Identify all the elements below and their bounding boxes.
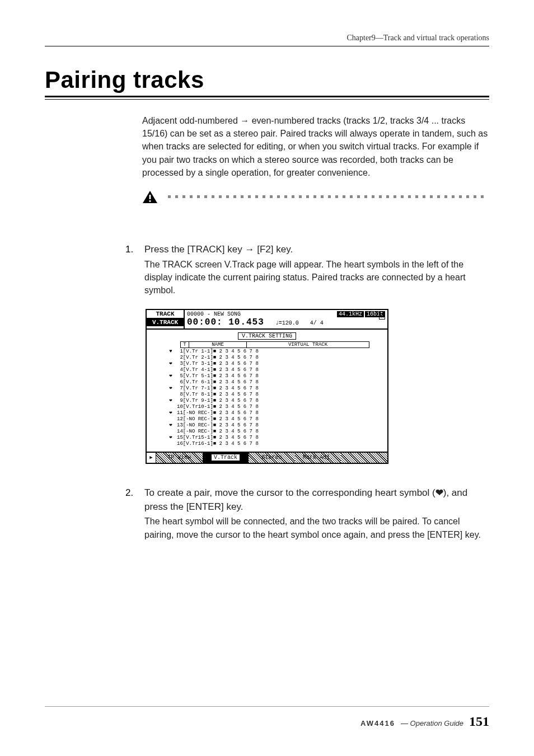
title-rule-thick — [45, 96, 489, 97]
dot — [292, 195, 294, 198]
dot — [313, 195, 316, 198]
lcd-track-row: 8[V.Tr 8-1]■ 2 3 4 5 6 7 8 — [165, 392, 369, 398]
step-2: 2. To create a pair, move the cursor to … — [125, 486, 489, 541]
lcd-bottom-tab-trview: TR View — [156, 453, 203, 463]
dot — [335, 195, 338, 198]
dot — [241, 195, 243, 198]
dot — [226, 195, 229, 198]
dot — [408, 195, 411, 198]
dot — [350, 195, 353, 198]
dot — [452, 195, 455, 198]
lcd-track-row: 6[V.Tr 6-1]■ 2 3 4 5 6 7 8 — [165, 379, 369, 386]
chapter-rule — [45, 46, 489, 46]
lcd-track-line: 14[-NO REC-]■ 2 3 4 5 6 7 8 — [177, 429, 259, 435]
lcd-sample-rate: 44.1kHz — [337, 311, 364, 317]
dot — [204, 195, 207, 198]
lcd-header-row: T NAME VIRTUAL TRACK — [180, 341, 369, 348]
dot — [459, 195, 462, 198]
lcd-bottom-tab-empty — [341, 453, 387, 463]
step-number: 2. — [125, 486, 138, 541]
lcd-tempo: ♩=120.0 — [275, 320, 299, 326]
dot — [190, 195, 193, 198]
lcd-track-line: 7[V.Tr 7-1]■ 2 3 4 5 6 7 8 — [177, 386, 259, 392]
lcd-section-title-wrap: V.TRACK SETTING — [165, 333, 369, 339]
lcd-track-row: ❤ 3[V.Tr 3-1]■ 2 3 4 5 6 7 8 — [165, 361, 369, 367]
dots-row — [168, 195, 484, 198]
dot — [277, 195, 280, 198]
lcd-rows: ♥ 1[V.Tr 1-1]■ 2 3 4 5 6 7 8 2[V.Tr 2-1]… — [165, 349, 369, 447]
step-2-lead: To create a pair, move the cursor to the… — [144, 486, 489, 514]
dot — [364, 195, 367, 198]
dot — [321, 195, 324, 198]
lcd-track-row: 10[V.Tr10-1]■ 2 3 4 5 6 7 8 — [165, 404, 369, 410]
lcd-track-line: 5[V.Tr 5-1]■ 2 3 4 5 6 7 8 — [177, 373, 259, 379]
heart-icon: ❤ — [435, 487, 443, 498]
dot — [248, 195, 251, 198]
heart-icon: ♥ — [165, 349, 177, 355]
intro-paragraph: Adjacent odd-numbered → even-numbered tr… — [142, 114, 489, 179]
warning-dots-row — [142, 190, 489, 204]
lcd-col-name: NAME — [189, 341, 247, 348]
lcd-bottom-tab-vtrack: V.Track — [203, 453, 249, 463]
step-1: 1. Press the [TRACK] key → [F2] key. The… — [125, 243, 489, 297]
dot — [401, 195, 404, 198]
lcd-track-row: ♥ 1[V.Tr 1-1]■ 2 3 4 5 6 7 8 — [165, 349, 369, 355]
lcd-screenshot: TRACK V.TRACK 00000 - NEW SONG 44.1kHz16… — [45, 309, 489, 464]
dot — [182, 195, 185, 198]
lcd-track-line: 1[V.Tr 1-1]■ 2 3 4 5 6 7 8 — [177, 349, 259, 355]
dot — [437, 195, 440, 198]
dot — [379, 195, 382, 198]
lcd-track-line: 3[V.Tr 3-1]■ 2 3 4 5 6 7 8 — [177, 361, 259, 367]
dot — [263, 195, 265, 198]
dot — [168, 195, 171, 198]
lcd-bottom-tab-markadj: Mark Adj. — [295, 453, 341, 463]
lcd-track-line: 8[V.Tr 8-1]■ 2 3 4 5 6 7 8 — [177, 392, 259, 398]
lcd-track-row: 4[V.Tr 4-1]■ 2 3 4 5 6 7 8 — [165, 367, 369, 373]
dot — [444, 195, 447, 198]
lcd-track-row: 12[-NO REC-]■ 2 3 4 5 6 7 8 — [165, 416, 369, 422]
dot — [481, 195, 484, 198]
lcd-track-line: 10[V.Tr10-1]■ 2 3 4 5 6 7 8 — [177, 404, 259, 410]
step-1-lead: Press the [TRACK] key → [F2] key. — [144, 243, 489, 257]
lcd-time: 00:00: 10.453 — [187, 317, 264, 327]
dot — [284, 195, 287, 198]
lcd-m-icon: M — [379, 313, 385, 320]
lcd-tab-track: TRACK — [147, 310, 184, 318]
dot — [466, 195, 469, 198]
footer-model: AW4416 — [360, 719, 395, 727]
step-1-desc: The TRACK screen V.Track page will appea… — [144, 258, 489, 297]
footer-guide: — Operation Guide — [401, 719, 463, 727]
lcd-col-t: T — [180, 341, 189, 348]
lcd-track-row: 16[V.Tr16-1]■ 2 3 4 5 6 7 8 — [165, 441, 369, 447]
warning-icon — [142, 190, 158, 204]
chapter-header: Chapter9—Track and virtual track operati… — [45, 34, 489, 43]
footer-page-number: 151 — [469, 714, 489, 729]
lcd-track-line: 13[-NO REC-]■ 2 3 4 5 6 7 8 — [177, 422, 259, 429]
lcd-track-row: ❤13[-NO REC-]■ 2 3 4 5 6 7 8 — [165, 422, 369, 429]
lcd-bottom-tab-stereo: Stereo — [249, 453, 295, 463]
dot — [197, 195, 200, 198]
dot — [394, 195, 396, 198]
dot — [343, 195, 345, 198]
lcd-badges: 44.1kHz16bit — [336, 311, 385, 317]
step-2-desc: The heart symbol will be connected, and … — [144, 515, 489, 541]
lcd-song-id: 00000 - NEW SONG — [187, 311, 241, 317]
lcd-play-icon: ▶ — [147, 453, 156, 463]
lcd-track-row: 14[-NO REC-]■ 2 3 4 5 6 7 8 — [165, 429, 369, 435]
dot — [357, 195, 360, 198]
lcd-track-row: ❤ 9[V.Tr 9-1]■ 2 3 4 5 6 7 8 — [165, 398, 369, 404]
lcd-col-virtual-track: VIRTUAL TRACK — [246, 341, 369, 348]
dot — [175, 195, 178, 198]
dot — [255, 195, 258, 198]
lcd-track-line: 16[V.Tr16-1]■ 2 3 4 5 6 7 8 — [177, 441, 259, 447]
lcd-track-row: ❤ 7[V.Tr 7-1]■ 2 3 4 5 6 7 8 — [165, 386, 369, 392]
heart-icon: ❤ — [165, 398, 177, 404]
page-footer: AW4416 — Operation Guide 151 — [360, 714, 489, 729]
footer-rule — [45, 706, 489, 707]
heart-icon: ❤ — [165, 410, 177, 416]
dot — [270, 195, 273, 198]
title-rule-thin — [45, 99, 489, 100]
dot — [299, 195, 302, 198]
dot — [415, 195, 418, 198]
lcd-time-signature: 4/ 4 — [310, 320, 324, 326]
